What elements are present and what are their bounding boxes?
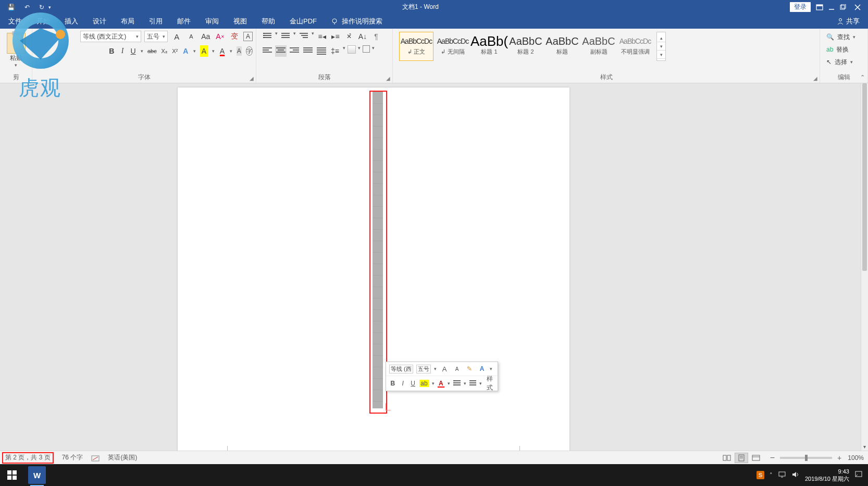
mini-grow-font[interactable]: A — [440, 365, 449, 373]
select-button[interactable]: ↖选择 ▾ — [826, 56, 864, 68]
mini-styles[interactable]: 样式 — [485, 375, 494, 392]
mini-clear-format[interactable]: A — [477, 365, 487, 372]
tab-view[interactable]: 视图 — [226, 14, 254, 29]
line-spacing-button[interactable]: ‡≡ — [329, 45, 341, 57]
style-heading1[interactable]: AaBb(标题 1 — [472, 32, 506, 61]
close-button[interactable] — [851, 4, 864, 11]
align-left-button[interactable] — [262, 45, 273, 57]
zoom-in-button[interactable]: + — [837, 454, 841, 462]
qat-undo-icon[interactable]: ↶ — [24, 4, 30, 11]
style-normal[interactable]: AaBbCcDc↲ 正文 — [399, 32, 433, 61]
tab-help[interactable]: 帮助 — [254, 14, 282, 29]
align-right-button[interactable] — [289, 45, 300, 57]
mini-numbering[interactable] — [469, 380, 476, 387]
qat-save-icon[interactable]: 💾 — [7, 4, 15, 11]
tab-review[interactable]: 审阅 — [198, 14, 226, 29]
zoom-level[interactable]: 100% — [848, 454, 864, 462]
justify-button[interactable] — [302, 45, 314, 57]
taskbar-word[interactable]: W — [24, 464, 48, 486]
tab-file[interactable]: 文件 — [0, 14, 29, 29]
style-subtle-emphasis[interactable]: AaBbCcDc不明显强调 — [618, 32, 652, 61]
align-center-button[interactable] — [275, 45, 287, 57]
scroll-down-arrow[interactable]: ▾ — [861, 443, 868, 451]
minimize-button[interactable] — [828, 4, 835, 11]
highlight-button[interactable]: A — [200, 45, 208, 57]
mini-highlight[interactable]: ab — [419, 380, 428, 387]
char-border-button[interactable]: A — [243, 32, 253, 41]
tab-design[interactable]: 设计 — [85, 14, 114, 29]
qat-redo-icon[interactable]: ↻ — [39, 4, 44, 11]
styles-dialog-launcher[interactable]: ◢ — [813, 76, 817, 81]
subscript-button[interactable]: X₂ — [161, 45, 168, 57]
asian-layout-button[interactable]: ✕̂ — [343, 31, 355, 42]
phonetic-guide-button[interactable]: 变 — [229, 31, 240, 42]
font-size-combo[interactable]: 五号▾ — [144, 31, 168, 42]
tell-me-search[interactable]: 操作说明搜索 — [324, 14, 390, 29]
font-color-button[interactable]: A — [219, 45, 226, 57]
shading-button[interactable] — [348, 45, 356, 54]
style-nospacing[interactable]: AaBbCcDc↲ 无间隔 — [436, 32, 470, 61]
font-name-combo[interactable]: 等线 (西文正文)▾ — [80, 31, 141, 42]
tray-network-icon[interactable] — [778, 471, 786, 479]
mini-font-combo[interactable]: 等线 (西 — [389, 365, 413, 373]
show-marks-button[interactable]: ¶ — [370, 31, 382, 42]
qat-customize-icon[interactable]: ▾ — [48, 5, 51, 10]
superscript-button[interactable]: X² — [171, 45, 178, 57]
change-case-button[interactable]: Aa — [200, 31, 212, 42]
start-button[interactable] — [0, 464, 24, 486]
increase-indent-button[interactable]: ▸≡ — [330, 31, 341, 42]
status-word-count[interactable]: 76 个字 — [62, 453, 83, 462]
view-read-mode[interactable] — [720, 453, 734, 463]
strikethrough-button[interactable]: abc — [147, 45, 157, 57]
tab-insert[interactable]: 插入 — [57, 14, 85, 29]
status-page[interactable]: 第 2 页，共 3 页 — [2, 452, 54, 464]
tab-mailings[interactable]: 邮件 — [170, 14, 198, 29]
bullets-button[interactable] — [262, 31, 273, 42]
underline-button[interactable]: U — [130, 45, 137, 57]
borders-button[interactable] — [363, 45, 370, 53]
view-print-layout[interactable] — [735, 453, 748, 463]
tray-sogou-icon[interactable]: S — [757, 471, 764, 479]
multilevel-list-button[interactable] — [298, 31, 309, 42]
status-proofing[interactable] — [91, 454, 100, 462]
distribute-button[interactable] — [316, 45, 327, 57]
page-1[interactable] — [178, 88, 569, 451]
decrease-indent-button[interactable]: ≡◂ — [316, 31, 328, 42]
status-language[interactable]: 英语(美国) — [108, 453, 137, 462]
login-button[interactable]: 登录 — [790, 2, 811, 12]
sort-button[interactable]: A↓ — [357, 31, 368, 42]
shrink-font-button[interactable]: A — [185, 31, 197, 42]
scroll-thumb[interactable] — [862, 83, 867, 271]
find-button[interactable]: 🔍查找 ▾ — [826, 31, 864, 43]
font-dialog-launcher[interactable]: ◢ — [250, 76, 254, 81]
numbering-button[interactable] — [280, 31, 291, 42]
tab-layout[interactable]: 布局 — [114, 14, 142, 29]
style-heading2[interactable]: AaBbC标题 2 — [509, 32, 543, 61]
char-shading-button[interactable]: A — [237, 46, 242, 56]
document-area[interactable]: 等线 (西 五号 ▾ A A ✎ A▾ B I U ab▾ A▾ ▾ ▾ 样式 — [0, 83, 861, 451]
mini-format-painter[interactable]: ✎ — [465, 365, 474, 372]
tray-volume-icon[interactable] — [791, 471, 800, 479]
view-web-layout[interactable] — [749, 453, 763, 463]
styles-gallery-more[interactable]: ▴▾▾ — [656, 32, 666, 61]
mini-italic[interactable]: I — [399, 380, 406, 387]
collapse-ribbon-button[interactable]: ⌃ — [860, 74, 865, 81]
paste-button[interactable]: 粘贴 ▾ — [3, 31, 29, 68]
italic-button[interactable]: I — [119, 45, 126, 57]
taskbar-clock[interactable]: 9:43 2019/8/10 星期六 — [805, 468, 849, 483]
mini-size-combo[interactable]: 五号 — [416, 365, 431, 373]
clear-format-button[interactable]: A✕ — [215, 31, 226, 42]
style-subtitle[interactable]: AaBbC副标题 — [581, 32, 616, 61]
mini-underline[interactable]: U — [410, 380, 416, 387]
tab-jinshan-pdf[interactable]: 金山PDF — [282, 14, 324, 29]
tab-references[interactable]: 引用 — [142, 14, 170, 29]
tray-notifications-icon[interactable] — [854, 470, 863, 480]
enclose-char-button[interactable]: 字 — [246, 46, 253, 56]
grow-font-button[interactable]: A — [171, 31, 182, 42]
share-button[interactable]: 共享 — [837, 17, 868, 26]
mini-bullets[interactable] — [453, 380, 460, 387]
vertical-scrollbar[interactable]: ▴ ▾ — [861, 83, 868, 451]
mini-shrink-font[interactable]: A — [452, 366, 462, 372]
paragraph-dialog-launcher[interactable]: ◢ — [386, 76, 390, 81]
bold-button[interactable]: B — [108, 45, 115, 57]
